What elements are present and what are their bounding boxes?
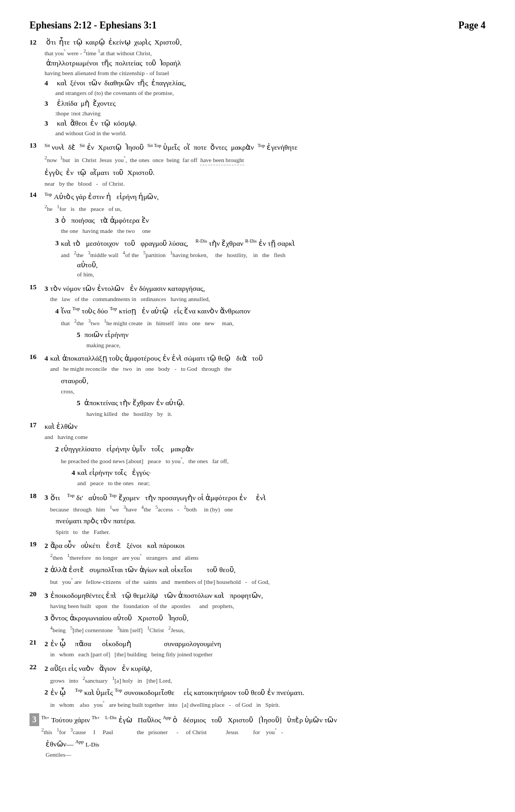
- wg-ekeinw: ἐκείνῳ: [108, 38, 131, 48]
- v15-greek-1: τὸν νόμον τῶν ἐντολῶν ἐν δόγμασιν καταργ…: [50, 282, 210, 295]
- v20-greek-2: ὄντος ἀκρογωνιαίου αὐτοῦ Χριστοῦ Ἰησοῦ,: [50, 612, 189, 625]
- wg-atheoi: ἄθεοι: [70, 119, 87, 129]
- v20-sub-3: 3 ἐποικοδομηθέντες ἐπὶ τῷ θεμελίῳ τῶν ἀπ…: [45, 589, 485, 612]
- v16-sub-4: 4 καὶ ἀποκαταλλάξῃ τοὺς ἀμφοτέρους ἐν ἑν…: [45, 352, 485, 397]
- v19-greek-2: ἀλλὰ ἐστὲ συμπολῖται τῶν ἁγίων καὶ οἰκεῖ…: [50, 564, 270, 576]
- v3-1-greek-2: ἐθνῶν— App L-Dis: [46, 737, 485, 751]
- v20-trans-1: having been built upon the foundation of…: [50, 602, 263, 610]
- wg-ech: ἔχοντες: [93, 99, 116, 109]
- v16-greek-3: 5 ἀποκτείνας τὴν ἔχθραν ἐν αὐτῷ.: [77, 397, 485, 409]
- v14-trans-1: 2he 1for is the peace of us,: [45, 203, 485, 213]
- wg-kairw: καιρῷ: [86, 38, 105, 48]
- v15-sub-4: 4 ἵνα Top τοὺς δύο Top κτίσῃ ἐν αὐτῷ εἰς…: [55, 304, 485, 328]
- v14-trans-2: the one having made the two one: [61, 227, 151, 235]
- verse-13-content: Sit νυνὶ δὲ Sit ἐν Χριστῷ Ἰησοῦ Sit Top …: [45, 141, 485, 188]
- wg-xenoi: ξένοι: [70, 78, 85, 89]
- verse-num-12: 12: [30, 38, 36, 47]
- verse-16: 16 4 καὶ ἀποκαταλλάξῃ τοὺς ἀμφοτέρους ἐν…: [30, 352, 485, 418]
- v16-staurou: σταυροῦ, cross,: [61, 375, 263, 396]
- v16-trans-3: having killed the hostility by it.: [86, 410, 485, 418]
- wg-xristou: Χριστοῦ,: [154, 38, 182, 48]
- verse-12-content: ὅτι ἦτε τῷ καιρῷ ἐκείνῳ χωρὶς Χριστοῦ, t…: [45, 38, 485, 138]
- v14-greek-2: ὁ ποιήσας τὰ ἀμφότερα ἓν: [61, 214, 151, 227]
- wg-tw3: τῷ: [101, 119, 110, 129]
- v12-greek-1: ὅτι ἦτε τῷ καιρῷ ἐκείνῳ χωρὶς Χριστοῦ,: [45, 38, 485, 48]
- verse-num-14: 14: [30, 190, 36, 200]
- v20-sub-3b: 3 ὄντος ἀκρογωνιαίου αὐτοῦ Χριστοῦ Ἰησοῦ…: [45, 612, 485, 635]
- v15-sub-5: 5 ποιῶν εἰρήνην making peace,: [77, 328, 485, 350]
- v17-sub-4: 4 καὶ εἰρήνην τοῖς ἐγγύς· and peace to t…: [72, 466, 229, 489]
- v12-trans-3: and strangers of (to) the covenants of t…: [55, 89, 188, 97]
- v12-trans-1: that you° were - 2time 1at that without …: [45, 48, 485, 57]
- v17-trans-2: he preached the good news [about] peace …: [61, 456, 229, 465]
- v18-greek-1: ὅτι Top δι' αὐτοῦ Top ἔχομεν τὴν προσαγω…: [50, 491, 266, 504]
- v15-greek-3: 5 ποιῶν εἰρήνην: [77, 328, 485, 341]
- v22-greek-1: αὔξει εἰς ναὸν ἅγιον ἐν κυρίῳ,: [50, 662, 172, 675]
- verse-num-15: 15: [30, 282, 36, 292]
- wg-twn: τῶν: [89, 78, 101, 89]
- verse-21: 21 2 ἐν ᾧ πᾶσα οἰκοδομὴ συναρμολογουμένη…: [30, 638, 485, 660]
- verse-18-content: 3 ὅτι Top δι' αὐτοῦ Top ἔχομεν τὴν προσα…: [45, 491, 485, 538]
- verse-num-13: 13: [30, 141, 36, 150]
- wg-tw: τῷ: [73, 38, 82, 48]
- page-title: Ephesians 2:12 - Ephesians 3:1: [30, 19, 157, 32]
- v12-trans-4: 3hope 1not 2having: [55, 109, 117, 118]
- v14-sub-3a: 3 ὁ ποιήσας τὰ ἀμφότερα ἓν the one havin…: [55, 214, 485, 237]
- v15-sub-3: 3 τὸν νόμον τῶν ἐντολῶν ἐν δόγμασιν κατα…: [45, 282, 485, 305]
- page-header: Ephesians 2:12 - Ephesians 3:1 Page 4: [30, 19, 485, 32]
- v22-trans-2: in whom also you° are being built togeth…: [50, 699, 305, 709]
- verse-17: 17 καὶ ἐλθὼν and having come 2 εὐηγγελίσ…: [30, 420, 485, 489]
- v12-greek-4: ἐλπίδα μὴ ἔχοντες: [55, 99, 117, 109]
- v21-trans-1: in whom each [part of] [the] building be…: [50, 650, 222, 659]
- wg-diat: διαθηκῶν: [104, 78, 134, 89]
- v3-1-ethnwn: ἐθνῶν— App L-Dis Gentiles—: [46, 737, 485, 759]
- v18-trans-1: because through him 1we 3have 4the 5acce…: [50, 504, 266, 514]
- verse-num-21: 21: [30, 638, 36, 647]
- v18-sub-3: 3 ὅτι Top δι' αὐτοῦ Top ἔχομεν τὴν προσα…: [45, 491, 485, 538]
- page-number: Page 4: [459, 19, 485, 32]
- v20-greek-1: ἐποικοδομηθέντες ἐπὶ τῷ θεμελίῳ τῶν ἀποσ…: [50, 589, 263, 602]
- page-container: Ephesians 2:12 - Ephesians 3:1 Page 4 12…: [16, 11, 499, 769]
- wg-en: ἐν: [90, 119, 98, 129]
- v12-greek-2: ἀπηλλοτριωμένοι τῆς πολιτείας τοῦ Ἰσραήλ: [45, 58, 485, 69]
- v12-sub-4: 4 καὶ ξένοι τῶν διαθηκῶν τῆς ἐπαγγελίας,…: [45, 78, 485, 98]
- v15-trans-1: the law of the commandments in ordinance…: [50, 295, 210, 303]
- wg-xwris: χωρὶς: [134, 38, 151, 48]
- verse-num-22: 22: [30, 662, 36, 672]
- v13-greek-1: Sit νυνὶ δὲ Sit ἐν Χριστῷ Ἰησοῦ Sit Top …: [45, 141, 485, 154]
- verse-12: 12 ὅτι ἦτε τῷ καιρῷ ἐκείνῳ χωρὶς Χριστοῦ…: [30, 38, 485, 138]
- v16-greek-2: σταυροῦ,: [61, 375, 263, 387]
- v18-trans-2: Spirit to the Father.: [56, 528, 266, 536]
- v3-1-trans-1: 2this 1for 3cause I Paul the prisoner - …: [41, 727, 337, 736]
- v19-trans-2: but you° are fellow-citizens of the sain…: [50, 576, 270, 586]
- verse-18: 18 3 ὅτι Top δι' αὐτοῦ Top ἔχομεν τὴν πρ…: [30, 491, 485, 538]
- verse-14: 14 Top Αὐτὸς γάρ ἐστιν ἡ εἰρήνη ἡμῶν, 2h…: [30, 190, 485, 280]
- verse-22-content: 2 αὔξει εἰς ναὸν ἅγιον ἐν κυρίῳ, grows i…: [45, 662, 485, 710]
- wg-kosmw: κόσμῳ.: [114, 119, 137, 129]
- verse-20: 20 3 ἐποικοδομηθέντες ἐπὶ τῷ θεμελίῳ τῶν…: [30, 589, 485, 635]
- wg-ete: ἦτε: [59, 38, 70, 48]
- verse-16-content: 4 καὶ ἀποκαταλλάξῃ τοὺς ἀμφοτέρους ἐν ἑν…: [45, 352, 485, 418]
- wg-pol: πολιτείας: [115, 58, 143, 69]
- wg-kai-ath: καὶ: [57, 119, 67, 129]
- wg-epag: ἐπαγγελίας,: [151, 78, 186, 89]
- v22-sub-2: 2 αὔξει εἰς ναὸν ἅγιον ἐν κυρίῳ, grows i…: [45, 662, 485, 686]
- v12-greek-3: καὶ ξένοι τῶν διαθηκῶν τῆς ἐπαγγελίας,: [55, 78, 188, 89]
- v13-greek-2: ἐγγὺς ἐν τῷ αἵματι τοῦ Χριστοῦ.: [45, 166, 485, 179]
- wg-tes2: τῆς: [101, 58, 112, 69]
- wg-hoti: ὅτι: [46, 38, 56, 48]
- v21-sub-2: 2 ἐν ᾧ πᾶσα οἰκοδομὴ συναρμολογουμένη in…: [45, 638, 485, 660]
- verse-15: 15 3 τὸν νόμον τῶν ἐντολῶν ἐν δόγμασιν κ…: [30, 282, 485, 350]
- v17-greek-1: καὶ ἐλθὼν: [45, 420, 485, 433]
- v3-1-trans-2: Gentiles—: [46, 751, 485, 759]
- v17-greek-3: καὶ εἰρήνην τοῖς ἐγγύς·: [77, 466, 151, 479]
- verse-14-content: Top Αὐτὸς γάρ ἐστιν ἡ εἰρήνη ἡμῶν, 2he 1…: [45, 190, 485, 280]
- v20-trans-2: 4being 5[the] cornerstone 3him [self] 1C…: [50, 625, 189, 634]
- v3-1-greek-1: Th+ Τούτου χάριν Th+ L-Dis ἐγὼ Παῦλος Ap…: [41, 713, 337, 727]
- v15-trans-2: that 2the 3two 1he might create in himse…: [61, 318, 251, 327]
- verse-num-18: 18: [30, 491, 36, 501]
- wg-kai1: καὶ: [57, 78, 67, 89]
- v13-trans-2: near by the blood - of Christ.: [45, 180, 485, 188]
- v12-trans-2: having been alienated from the citizensh…: [45, 69, 485, 77]
- v14-autou: αὐτοῦ, of him,: [77, 260, 296, 279]
